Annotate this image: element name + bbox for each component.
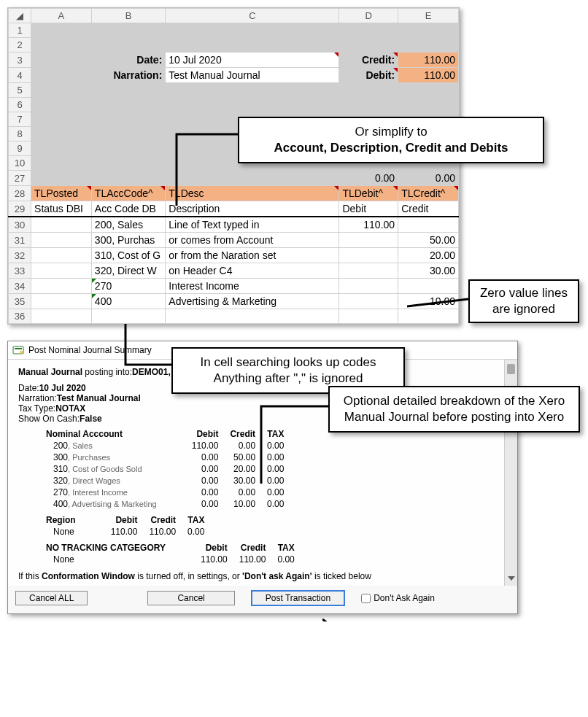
cell-status[interactable] xyxy=(31,217,92,233)
tl-posted-header[interactable]: TLPosted xyxy=(31,186,92,201)
note-marker-icon xyxy=(393,53,398,57)
cell-acccode[interactable] xyxy=(91,309,165,324)
debit-total[interactable]: 110.00 xyxy=(398,68,459,83)
cell-desc[interactable]: Interest Income xyxy=(166,279,339,294)
cell-desc[interactable]: Advertising & Marketing xyxy=(166,294,339,309)
callout-searching-line2: Anything after "," is ignored xyxy=(185,371,392,387)
db-status-header[interactable]: Status DBI xyxy=(31,201,92,217)
cell-desc[interactable]: on Header C4 xyxy=(166,263,339,279)
db-debit-header[interactable]: Debit xyxy=(339,201,398,217)
note-marker-icon xyxy=(393,68,398,72)
table-row: 34 270 Interest Income xyxy=(9,279,459,294)
db-acccode-header[interactable]: Acc Code DB xyxy=(91,201,165,217)
cell-debit[interactable] xyxy=(339,233,398,248)
table-row: 31 300, Purchas or comes from Account 50… xyxy=(9,233,459,248)
credit-total[interactable]: 110.00 xyxy=(398,53,459,68)
cell-desc[interactable]: or comes from Account xyxy=(166,233,339,248)
connector-line xyxy=(252,392,333,487)
callout-zero-line2: are ignored xyxy=(477,301,570,317)
error-triangle-icon xyxy=(92,294,96,298)
connector-line xyxy=(407,296,473,311)
confirmation-note: If this Conformation Window is turned of… xyxy=(18,571,507,581)
col-head-c[interactable]: C xyxy=(166,9,339,23)
cell-status[interactable] xyxy=(31,248,92,263)
cell-status[interactable] xyxy=(31,309,92,324)
cell-credit[interactable] xyxy=(398,309,459,324)
note-marker-icon xyxy=(87,186,91,190)
cell-desc[interactable] xyxy=(166,309,339,324)
col-head-d[interactable]: D xyxy=(339,9,398,23)
cell-status[interactable] xyxy=(31,294,92,309)
cell-credit[interactable] xyxy=(398,217,459,233)
error-triangle-icon xyxy=(92,279,96,283)
cell-credit[interactable]: 20.00 xyxy=(398,248,459,263)
notrack-table: NO TRACKING CATGEGORYDebitCreditTAX None… xyxy=(40,542,301,565)
debit-label: Debit: xyxy=(339,68,398,83)
region-table: RegionDebitCreditTAX None110.00110.000.0… xyxy=(40,514,210,538)
narration-cell[interactable]: Test Manual Journal xyxy=(166,68,339,83)
cancel-all-button[interactable]: Cancel ALL xyxy=(15,591,88,605)
callout-simplify: Or simplify to Account, Description, Cre… xyxy=(238,117,544,163)
table-row: 30 200, Sales Line of Text typed in 110.… xyxy=(9,217,459,233)
scrollbar-thumb[interactable] xyxy=(507,364,515,374)
cell-acccode[interactable]: 400 xyxy=(91,294,165,309)
nominal-row: 270, Interest Income0.000.000.00 xyxy=(40,487,290,498)
sum-d-27[interactable]: 0.00 xyxy=(339,171,398,186)
cell-status[interactable] xyxy=(31,279,92,294)
col-head-b[interactable]: B xyxy=(91,9,165,23)
connector-line xyxy=(166,124,247,212)
cell-desc[interactable]: Line of Text typed in xyxy=(166,217,339,233)
col-head-a[interactable]: A xyxy=(31,9,92,23)
tl-debit-header[interactable]: TLDebit^ xyxy=(339,186,398,201)
tl-credit-header[interactable]: TLCredit^ xyxy=(398,186,459,201)
table-row: 33 320, Direct W on Header C4 30.00 xyxy=(9,263,459,279)
col-head-blank[interactable]: ◢ xyxy=(9,9,31,23)
note-marker-icon xyxy=(334,186,339,190)
cell-credit[interactable] xyxy=(398,279,459,294)
cell-status[interactable] xyxy=(31,263,92,279)
dont-ask-input[interactable] xyxy=(361,594,371,603)
note-marker-icon xyxy=(454,186,458,190)
callout-simplify-line2: Account, Description, Credit and Debits xyxy=(251,140,531,156)
cell-acccode[interactable]: 320, Direct W xyxy=(91,263,165,279)
callout-searching-line1: In cell searching looks up codes xyxy=(185,354,392,371)
callout-breakdown-line1: Optional detailed breakdown of the Xero xyxy=(341,393,567,409)
narration-label: Narration: xyxy=(91,68,165,83)
cell-debit[interactable] xyxy=(339,309,398,324)
tl-acccode-header[interactable]: TLAccCode^ xyxy=(91,186,165,201)
cell-credit[interactable]: 30.00 xyxy=(398,263,459,279)
callout-simplify-line1: Or simplify to xyxy=(251,124,531,140)
connector-line xyxy=(322,616,366,621)
dont-ask-checkbox[interactable]: Don't Ask Again xyxy=(361,593,435,603)
callout-zero-line1: Zero value lines xyxy=(477,285,570,301)
post-transaction-button[interactable]: Post Transaction xyxy=(251,590,345,606)
note-marker-icon xyxy=(160,186,165,190)
cell-acccode[interactable]: 300, Purchas xyxy=(91,233,165,248)
cell-acccode[interactable]: 270 xyxy=(91,279,165,294)
cell-debit[interactable] xyxy=(339,294,398,309)
callout-breakdown-line2: Manual Journal before posting into Xero xyxy=(341,409,567,425)
cell-debit[interactable]: 110.00 xyxy=(339,217,398,233)
note-marker-icon xyxy=(393,186,398,190)
db-credit-header[interactable]: Credit xyxy=(398,201,459,217)
col-head-e[interactable]: E xyxy=(398,9,459,23)
cell-acccode[interactable]: 200, Sales xyxy=(91,217,165,233)
scrollbar-down-icon[interactable] xyxy=(507,575,515,583)
svg-point-2 xyxy=(20,351,23,354)
cancel-button[interactable]: Cancel xyxy=(147,591,234,605)
table-row: 35 400 Advertising & Marketing 10.00 xyxy=(9,294,459,309)
cell-acccode[interactable]: 310, Cost of G xyxy=(91,248,165,263)
table-row: 32 310, Cost of G or from the Naration s… xyxy=(9,248,459,263)
cell-desc[interactable]: or from the Naration set xyxy=(166,248,339,263)
sum-e-27[interactable]: 0.00 xyxy=(398,171,459,186)
cell-status[interactable] xyxy=(31,233,92,248)
cell-debit[interactable] xyxy=(339,263,398,279)
credit-label: Credit: xyxy=(339,53,398,68)
cell-debit[interactable] xyxy=(339,279,398,294)
callout-zero: Zero value lines are ignored xyxy=(468,279,579,323)
date-cell[interactable]: 10 Jul 2020 xyxy=(166,53,339,68)
table-row: 36 xyxy=(9,309,459,324)
cell-debit[interactable] xyxy=(339,248,398,263)
date-label: Date: xyxy=(91,53,165,68)
cell-credit[interactable]: 50.00 xyxy=(398,233,459,248)
